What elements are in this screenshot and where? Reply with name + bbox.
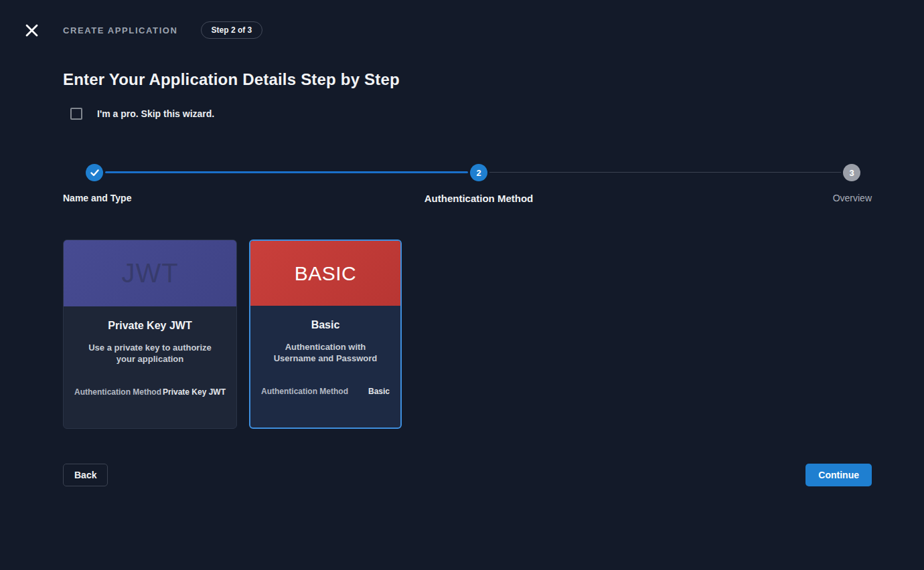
skip-wizard-row: I'm a pro. Skip this wizard. xyxy=(63,108,872,120)
check-icon xyxy=(90,169,99,177)
basic-card-body: Basic Authentication with Username and P… xyxy=(250,306,400,428)
basic-card-meta: Authentication Method Basic xyxy=(261,387,390,396)
card-basic-selected[interactable]: BASIC Basic Authentication with Username… xyxy=(249,240,402,429)
jwt-meta-label: Authentication Method xyxy=(74,387,161,397)
close-button[interactable] xyxy=(24,23,39,37)
jwt-meta-value: Private Key JWT xyxy=(163,387,226,397)
basic-card-description: Authentication with Username and Passwor… xyxy=(261,341,390,365)
basic-banner-text: BASIC xyxy=(295,262,357,285)
basic-card-title: Basic xyxy=(261,319,390,331)
jwt-card-meta: Authentication Method Private Key JWT xyxy=(74,387,226,397)
basic-meta-value: Basic xyxy=(368,387,390,396)
jwt-card-description: Use a private key to authorize your appl… xyxy=(74,342,226,365)
skip-wizard-checkbox[interactable] xyxy=(70,108,82,120)
jwt-card-banner: JWT xyxy=(64,240,236,306)
create-application-wizard: CREATE APPLICATION Step 2 of 3 Enter You… xyxy=(0,0,924,570)
jwt-card-body: Private Key JWT Use a private key to aut… xyxy=(64,306,236,428)
step-1-label: Name and Type xyxy=(63,193,131,203)
step-1-indicator[interactable] xyxy=(86,164,103,181)
continue-button[interactable]: Continue xyxy=(805,464,872,486)
jwt-banner-text: JWT xyxy=(121,258,178,288)
topbar: CREATE APPLICATION Step 2 of 3 xyxy=(0,0,924,39)
skip-wizard-label[interactable]: I'm a pro. Skip this wizard. xyxy=(97,108,214,119)
step-badge: Step 2 of 3 xyxy=(201,21,263,39)
step-2-indicator[interactable]: 2 xyxy=(470,164,487,181)
basic-meta-label: Authentication Method xyxy=(261,387,348,396)
stepper-track-completed xyxy=(105,171,468,173)
wizard-title: CREATE APPLICATION xyxy=(63,25,178,35)
back-button[interactable]: Back xyxy=(63,464,108,486)
stepper-track-upcoming xyxy=(489,172,841,173)
basic-card-banner: BASIC xyxy=(250,241,400,306)
step-3-label: Overview xyxy=(833,193,872,203)
close-icon xyxy=(25,24,38,37)
auth-method-cards: JWT Private Key JWT Use a private key to… xyxy=(63,240,872,429)
card-private-key-jwt[interactable]: JWT Private Key JWT Use a private key to… xyxy=(63,240,237,429)
jwt-card-title: Private Key JWT xyxy=(74,320,226,332)
page-title: Enter Your Application Details Step by S… xyxy=(63,70,872,89)
wizard-stepper: 2 3 Name and Type Authentication Method … xyxy=(63,164,872,205)
step-2-label: Authentication Method xyxy=(425,193,533,204)
wizard-footer: Back Continue xyxy=(63,464,872,486)
step-3-indicator[interactable]: 3 xyxy=(843,164,860,181)
